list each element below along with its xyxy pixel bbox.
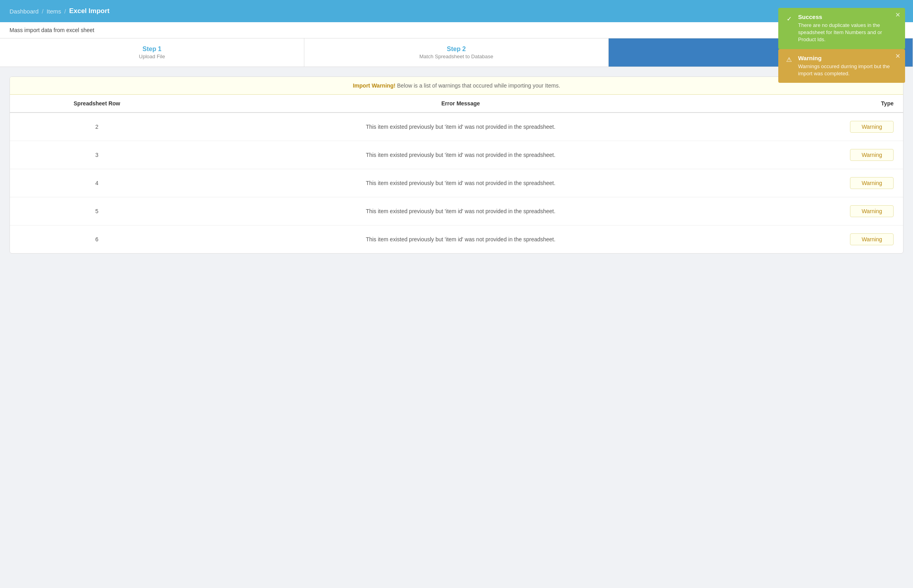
header: Dashboard / Items / Excel Import xyxy=(0,0,913,22)
breadcrumb-sep1: / xyxy=(42,8,43,15)
warning-badge: Warning xyxy=(850,177,894,189)
breadcrumb-dashboard[interactable]: Dashboard xyxy=(10,8,38,15)
table-row: 4This item existed previously but 'item … xyxy=(10,169,903,197)
toast-warning-message: Warnings occured durring import but the … xyxy=(798,63,899,77)
main-content: Import Warning! Below is a list of warni… xyxy=(0,67,913,263)
warning-badge: Warning xyxy=(850,149,894,161)
toast-success-message: There are no duplicate values in the spe… xyxy=(798,22,899,44)
step1-label: Step 1 xyxy=(142,46,161,53)
step1-sub: Upload File xyxy=(139,53,165,59)
sub-header: Mass import data from excel sheet xyxy=(0,22,913,38)
warning-banner: Import Warning! Below is a list of warni… xyxy=(10,77,903,95)
sub-header-text: Mass import data from excel sheet xyxy=(10,27,94,33)
toast-warning-close[interactable]: ✕ xyxy=(895,53,900,59)
cell-message-3: This item existed previously but 'item i… xyxy=(184,197,737,225)
toast-warning-title: Warning xyxy=(798,55,899,61)
steps-bar: Step 1 Upload File Step 2 Match Spreadsh… xyxy=(0,38,913,67)
warning-icon: ⚠ xyxy=(785,55,793,64)
warning-badge: Warning xyxy=(850,233,894,245)
toast-success: ✓ Success There are no duplicate values … xyxy=(778,8,905,49)
warnings-table: Spreadsheet Row Error Message Type 2This… xyxy=(10,95,903,253)
table-row: 6This item existed previously but 'item … xyxy=(10,225,903,254)
cell-row-1: 3 xyxy=(10,141,184,169)
check-icon: ✓ xyxy=(785,14,793,23)
warning-badge: Warning xyxy=(850,121,894,133)
warning-banner-text: Below is a list of warnings that occured… xyxy=(397,82,560,89)
cell-row-2: 4 xyxy=(10,169,184,197)
col-type: Type xyxy=(737,95,903,113)
breadcrumb-items[interactable]: Items xyxy=(47,8,61,15)
breadcrumb-current: Excel Import xyxy=(69,7,109,15)
step1[interactable]: Step 1 Upload File xyxy=(0,38,304,67)
cell-type-0: Warning xyxy=(737,113,903,141)
cell-row-4: 6 xyxy=(10,225,184,254)
cell-row-0: 2 xyxy=(10,113,184,141)
table-container: Import Warning! Below is a list of warni… xyxy=(10,76,903,254)
warning-banner-bold: Import Warning! xyxy=(353,82,395,89)
warning-badge: Warning xyxy=(850,205,894,217)
cell-row-3: 5 xyxy=(10,197,184,225)
table-row: 5This item existed previously but 'item … xyxy=(10,197,903,225)
breadcrumb: Dashboard / Items / Excel Import xyxy=(10,7,109,15)
table-row: 2This item existed previously but 'item … xyxy=(10,113,903,141)
toast-container: ✓ Success There are no duplicate values … xyxy=(778,8,905,83)
col-row: Spreadsheet Row xyxy=(10,95,184,113)
cell-type-4: Warning xyxy=(737,225,903,254)
toast-success-close[interactable]: ✕ xyxy=(895,12,900,18)
step2-sub: Match Spreadsheet to Database xyxy=(419,53,493,59)
step2-label: Step 2 xyxy=(447,46,466,53)
step2[interactable]: Step 2 Match Spreadsheet to Database xyxy=(304,38,609,67)
breadcrumb-sep2: / xyxy=(64,8,66,15)
toast-success-title: Success xyxy=(798,13,899,20)
table-header-row: Spreadsheet Row Error Message Type xyxy=(10,95,903,113)
toast-warning-body: Warning Warnings occured durring import … xyxy=(798,55,899,77)
col-message: Error Message xyxy=(184,95,737,113)
cell-message-1: This item existed previously but 'item i… xyxy=(184,141,737,169)
toast-warning: ⚠ Warning Warnings occured durring impor… xyxy=(778,49,905,83)
table-row: 3This item existed previously but 'item … xyxy=(10,141,903,169)
cell-type-2: Warning xyxy=(737,169,903,197)
cell-message-0: This item existed previously but 'item i… xyxy=(184,113,737,141)
toast-success-body: Success There are no duplicate values in… xyxy=(798,13,899,44)
cell-type-1: Warning xyxy=(737,141,903,169)
cell-type-3: Warning xyxy=(737,197,903,225)
cell-message-4: This item existed previously but 'item i… xyxy=(184,225,737,254)
cell-message-2: This item existed previously but 'item i… xyxy=(184,169,737,197)
